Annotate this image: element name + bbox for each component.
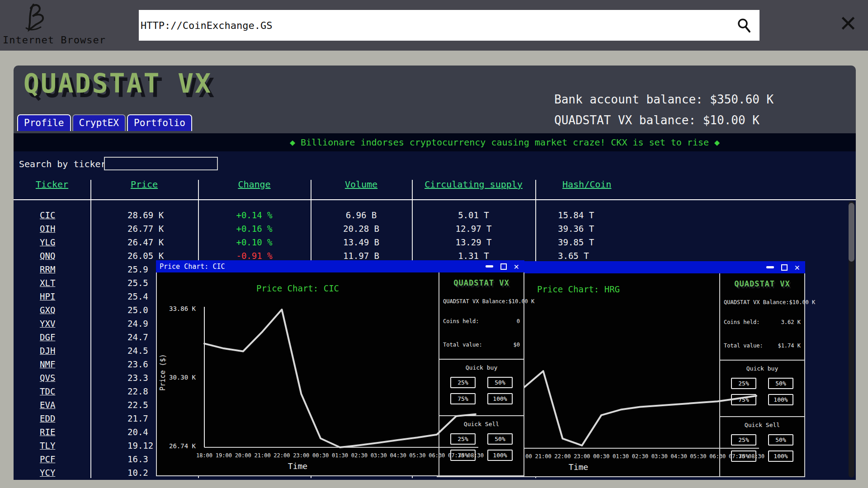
price-cell: 25.5 [127,278,148,288]
screen: Internet Browser ✕ QUADSTAT VX Bank acco… [0,0,868,488]
table-scrollbar[interactable] [849,201,854,478]
x-tick: 19:00 [213,452,234,459]
buy-100-button[interactable]: 100% [768,394,793,405]
supply-cell: 1.31 T [412,251,535,261]
buy-50-button[interactable]: 50% [768,378,793,389]
change-cell: +0.10 % [198,237,311,247]
ticker-link[interactable]: XLT [40,278,55,288]
close-icon[interactable]: ✕ [514,262,519,271]
ticker-link[interactable]: QNQ [40,251,55,261]
ticker-link[interactable]: GXQ [40,305,55,315]
close-icon[interactable]: ✕ [795,263,800,272]
sell-100-button[interactable]: 100% [487,450,513,461]
ticker-link[interactable]: TDC [40,386,55,396]
price-cell: 26.47 K [127,237,164,247]
browser-top-bar: Internet Browser ✕ [0,0,868,51]
price-cell: 24.5 [127,346,148,356]
table-row: YLG26.47 K+0.10 %13.49 B13.29 T39.85 T [14,236,856,250]
ticker-link[interactable]: YLG [40,237,55,247]
x-tick: 06:30 [426,452,447,459]
sell-100-button[interactable]: 100% [768,450,793,462]
header-hashcoin[interactable]: Hash/Coin [535,179,848,190]
ticker-link[interactable]: RRM [40,264,55,274]
header-volume[interactable]: Volume [311,179,412,190]
balance-value: $10.00 K [509,298,535,305]
y-axis-label: Price ($) [159,338,167,406]
price-cell: 19.12 [127,441,153,450]
vx-balance: QUADSTAT VX balance: $10.00 K [554,110,774,131]
price-cell: 25.9 [127,264,148,274]
header-change[interactable]: Change [198,179,311,190]
minimize-icon[interactable] [486,265,493,267]
site-tabs: Profile CryptEX Portfolio [17,114,192,131]
price-cell: 28.69 K [127,210,164,220]
x-tick: 04:30 [388,452,409,459]
ticker-link[interactable]: YCY [40,468,55,478]
search-icon[interactable] [736,17,752,33]
price-cell: 26.05 K [127,251,164,261]
x-tick: 05:30 [688,453,708,460]
ticker-link[interactable]: DJH [40,346,55,356]
maximize-icon[interactable] [781,264,788,271]
ticker-link[interactable]: EDD [40,413,55,423]
tab-portfolio[interactable]: Portfolio [127,114,192,131]
chart-title: Price Chart: CIC [157,283,439,293]
browser-app-title: Internet Browser [3,34,106,46]
x-tick: 00:30 [591,453,612,460]
url-input[interactable] [139,10,760,41]
ticker-link[interactable]: RIE [40,427,55,437]
sell-50-button[interactable]: 50% [487,433,513,445]
balance-label: QUADSTAT VX Balance: [724,299,789,305]
window-titlebar[interactable]: Price Chart: CIC ✕ [156,260,524,272]
ticker-link[interactable]: HPI [40,291,55,301]
x-tick: 23:00 [571,453,592,460]
header-ticker[interactable]: Ticker [14,179,90,190]
close-icon[interactable]: ✕ [835,7,862,36]
ticker-link[interactable]: TLY [40,441,55,450]
buy-100-button[interactable]: 100% [487,393,513,404]
price-cell: 23.6 [127,359,148,369]
ticker-link[interactable]: PCF [40,454,55,464]
hashcoin-cell: 39.36 T [558,224,594,234]
y-tick-min: 26.74 K [157,442,196,450]
ticker-search-input[interactable] [104,157,218,170]
ticker-link[interactable]: DGF [40,332,55,342]
minimize-icon[interactable] [766,266,774,268]
coins-held-value: 3.62 K [781,319,801,325]
tab-profile[interactable]: Profile [17,114,71,131]
account-balances: Bank account balance: $350.60 K QUADSTAT… [554,89,774,131]
volume-cell: 11.97 B [311,251,412,261]
price-cell: 10.2 [127,468,148,478]
ticker-link[interactable]: QVS [40,373,55,383]
buy-50-button[interactable]: 50% [487,377,513,388]
tab-cryptex[interactable]: CryptEX [72,114,126,131]
ticker-link[interactable]: EVA [40,400,55,410]
volume-cell: 13.49 B [311,237,412,247]
scrollbar-thumb[interactable] [849,203,854,262]
x-tick: 05:30 [407,452,428,459]
panel-balance-row: QUADSTAT VX Balance: $10.00 K [439,298,524,305]
header-supply[interactable]: Circulating supply [412,179,535,190]
header-price[interactable]: Price [90,179,198,190]
price-cell: 25.0 [127,305,148,315]
window-body: Price Chart: CIC Price ($) 33.86 K 30.30… [156,272,524,476]
sell-50-button[interactable]: 50% [768,434,793,446]
x-tick: 02:30 [349,452,370,459]
coins-held-value: 0 [517,318,520,324]
supply-cell: 5.01 T [412,210,535,220]
price-cell: 22.8 [127,386,148,396]
price-cell: 16.3 [127,454,148,464]
x-tick: 18:00 [194,452,215,459]
page-title: QUADSTAT VX [24,68,212,99]
price-cell: 21.7 [127,413,148,423]
ticker-link[interactable]: OIH [40,224,55,234]
price-chart-window-cic: Price Chart: CIC ✕ Price Chart: CIC Pric… [156,260,524,476]
price-cell: 24.9 [127,319,148,328]
x-tick: 06:30 [707,453,728,460]
ticker-link[interactable]: YXV [40,319,55,328]
internet-browser-logo-icon [16,2,57,34]
maximize-icon[interactable] [500,263,507,270]
ticker-link[interactable]: NMF [40,359,55,369]
x-tick: 20:00 [233,452,254,459]
ticker-link[interactable]: CIC [40,210,55,220]
